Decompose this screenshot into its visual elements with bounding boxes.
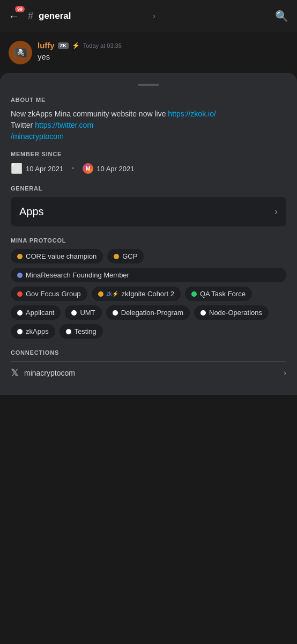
role-dot xyxy=(201,310,206,316)
role-dot xyxy=(71,310,77,316)
separator: • xyxy=(72,165,74,172)
role-tag-delegation: Delegation-Program xyxy=(106,305,190,320)
role-dot xyxy=(191,291,197,297)
role-tag-umt: UMT xyxy=(65,305,101,320)
role-dot xyxy=(114,254,119,259)
role-label: UMT xyxy=(80,309,95,317)
back-button[interactable]: ← 99 xyxy=(9,10,19,23)
zk-icon: ⚡ xyxy=(72,42,80,49)
role-dot xyxy=(66,329,71,334)
role-dot xyxy=(98,291,103,297)
message-content: luffy ZK ⚡ Today at 03:35 yes xyxy=(38,41,122,64)
role-label: Testing xyxy=(75,327,96,335)
drag-handle[interactable] xyxy=(138,84,159,86)
apps-chevron-icon: › xyxy=(274,206,278,217)
role-tag-node-ops: Node-Operations xyxy=(194,305,269,320)
connections-section: CONNECTIONS 𝕏 minacryptocom › xyxy=(11,349,286,395)
general-section: GENERAL Apps › xyxy=(11,185,286,226)
search-button[interactable]: 🔍 xyxy=(275,10,288,23)
role-tag-gcp: GCP xyxy=(107,249,144,264)
about-me-label: ABOUT ME xyxy=(11,97,286,103)
discord-icon: ⬜ xyxy=(11,163,23,174)
message-header: luffy ZK ⚡ Today at 03:35 xyxy=(38,41,122,50)
discord-date: 10 Apr 2021 xyxy=(26,165,63,173)
top-bar: ← 99 # general › 🔍 xyxy=(0,0,297,32)
role-label: zkIgnite Cohort 2 xyxy=(122,290,174,298)
role-tag-testing: Testing xyxy=(60,324,103,339)
message-text: yes xyxy=(38,52,122,61)
role-label: CORE value champion xyxy=(26,252,96,260)
user-avatar: 🏴‍☠️ xyxy=(9,41,32,64)
role-tag-qa-taskforce: QA Task Force xyxy=(185,287,252,301)
member-since-row: ⬜ 10 Apr 2021 • M 10 Apr 2021 xyxy=(11,163,286,174)
zk-badge-icon: zk⚡ xyxy=(107,291,118,297)
about-me-text: New zkApps Mina community website now li… xyxy=(11,108,286,142)
role-label: zkApps xyxy=(26,327,49,335)
role-dot xyxy=(17,291,23,297)
twitter-link[interactable]: https://twitter.com/minacryptocom xyxy=(11,121,93,141)
role-tag-gov-focus: Gov Focus Group xyxy=(11,287,87,301)
username: luffy xyxy=(38,41,55,50)
role-dot xyxy=(17,254,23,259)
role-label: MinaResearch Founding Member xyxy=(26,271,129,279)
role-dot xyxy=(17,273,23,278)
message-area: 🏴‍☠️ luffy ZK ⚡ Today at 03:35 yes xyxy=(0,32,297,73)
role-tag-core-value: CORE value champion xyxy=(11,249,103,264)
apps-label: Apps xyxy=(19,206,44,218)
role-tags-container: CORE value champion GCP MinaResearch Fou… xyxy=(11,249,286,339)
role-tag-zkapps: zkApps xyxy=(11,324,55,339)
role-tag-minaresearch: MinaResearch Founding Member xyxy=(11,268,286,282)
twitter-x-icon: 𝕏 xyxy=(11,367,19,379)
role-tag-zkignite: zk⚡ zkIgnite Cohort 2 xyxy=(92,287,181,301)
role-label: Gov Focus Group xyxy=(26,290,81,298)
mina-protocol-section: MINA PROTOCOL CORE value champion GCP Mi… xyxy=(11,237,286,339)
mina-protocol-label: MINA PROTOCOL xyxy=(11,237,286,244)
connection-arrow-icon: › xyxy=(284,368,286,378)
user-role-badge: ZK xyxy=(58,42,69,49)
role-dot xyxy=(113,310,118,316)
role-label: Delegation-Program xyxy=(121,309,183,317)
mina-date: 10 Apr 2021 xyxy=(96,165,134,173)
role-tag-applicant: Applicant xyxy=(11,305,61,320)
profile-card: ABOUT ME New zkApps Mina community websi… xyxy=(0,73,297,395)
role-dot xyxy=(17,310,23,316)
message-timestamp: Today at 03:35 xyxy=(83,42,122,49)
connection-twitter[interactable]: 𝕏 minacryptocom › xyxy=(11,361,286,384)
member-since-label: MEMBER SINCE xyxy=(11,151,286,157)
website-link[interactable]: https://zkok.io/ xyxy=(168,109,216,118)
mina-logo-icon: M xyxy=(83,163,93,174)
channel-name: general xyxy=(39,11,148,21)
connection-username: minacryptocom xyxy=(24,369,75,377)
role-label: Applicant xyxy=(26,309,54,317)
channel-chevron-icon: › xyxy=(153,12,155,20)
connections-label: CONNECTIONS xyxy=(11,349,286,356)
discord-member-since: ⬜ 10 Apr 2021 xyxy=(11,163,63,174)
channel-hash-icon: # xyxy=(28,11,33,22)
role-label: QA Task Force xyxy=(200,290,246,298)
role-label: Node-Operations xyxy=(209,309,262,317)
role-label: GCP xyxy=(122,252,137,260)
notification-badge: 99 xyxy=(15,6,25,12)
apps-row[interactable]: Apps › xyxy=(11,197,286,226)
role-dot xyxy=(17,329,23,334)
mina-member-since: M 10 Apr 2021 xyxy=(83,163,134,174)
general-label: GENERAL xyxy=(11,185,286,192)
